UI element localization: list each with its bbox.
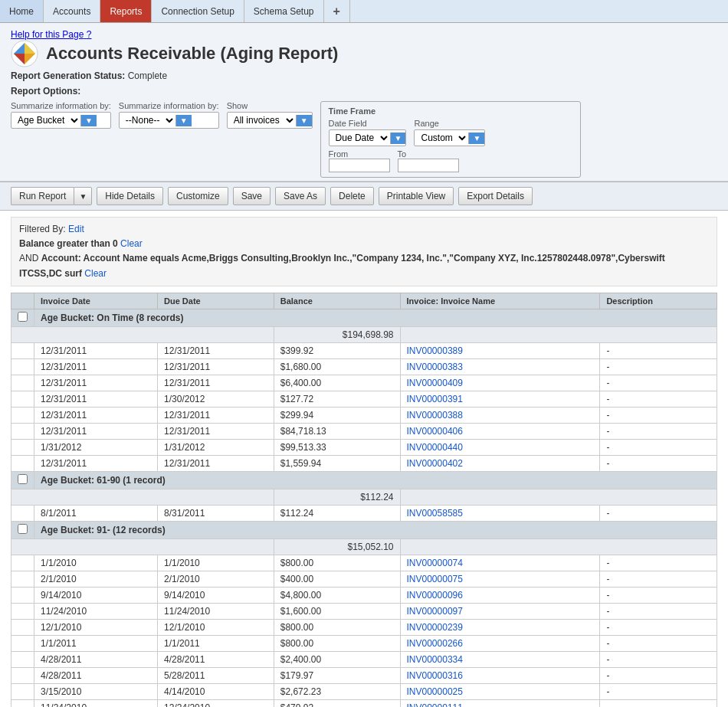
delete-button[interactable]: Delete bbox=[330, 187, 374, 205]
summarize2-select[interactable]: --None-- bbox=[120, 113, 175, 128]
balance: $400.00 bbox=[274, 571, 400, 587]
show-label: Show bbox=[227, 101, 313, 110]
table-row: 2/1/2010 2/1/2010 $400.00 INV00000075 - bbox=[11, 571, 717, 587]
nav-reports[interactable]: Reports bbox=[100, 0, 152, 22]
run-report-button[interactable]: Run Report bbox=[11, 187, 74, 205]
page-title: Accounts Receivable (Aging Report) bbox=[46, 44, 338, 64]
invoice-name: INV00000406 bbox=[400, 423, 600, 439]
invoice-name: INV00000239 bbox=[400, 619, 600, 635]
due-date: 1/1/2010 bbox=[158, 555, 274, 571]
export-details-button[interactable]: Export Details bbox=[458, 187, 533, 205]
show-select[interactable]: All invoices bbox=[228, 113, 296, 128]
description: - bbox=[600, 439, 717, 455]
table-row: 1/1/2011 1/1/2011 $800.00 INV00000266 - bbox=[11, 635, 717, 651]
balance: $1,600.00 bbox=[274, 603, 400, 619]
bucket-checkbox-2[interactable] bbox=[18, 524, 28, 534]
customize-button[interactable]: Customize bbox=[168, 187, 228, 205]
balance: $127.72 bbox=[274, 391, 400, 407]
table-row: 12/31/2011 12/31/2011 $6,400.00 INV00000… bbox=[11, 375, 717, 391]
nav-connection-setup[interactable]: Connection Setup bbox=[152, 0, 244, 22]
description: - bbox=[600, 375, 717, 391]
timeframe-box: Time Frame Date Field Due Date ▼ Range bbox=[320, 101, 581, 178]
description: - bbox=[600, 358, 717, 375]
show-group: Show All invoices ▼ bbox=[227, 101, 313, 129]
balance: $479.92 bbox=[274, 699, 400, 707]
range-select[interactable]: Custom bbox=[415, 130, 468, 146]
to-input[interactable] bbox=[398, 159, 459, 172]
filter-clear2-link[interactable]: Clear bbox=[84, 268, 107, 279]
invoice-date: 4/28/2011 bbox=[34, 667, 158, 683]
col-due-date: Due Date bbox=[158, 293, 274, 309]
run-report-arrow-button[interactable]: ▼ bbox=[74, 187, 92, 205]
invoice-date: 11/24/2010 bbox=[34, 699, 158, 707]
report-table: Invoice Date Due Date Balance Invoice: I… bbox=[11, 293, 717, 707]
description: - bbox=[600, 555, 717, 571]
invoice-date: 12/31/2011 bbox=[34, 342, 158, 358]
invoice-name: INV00000440 bbox=[400, 439, 600, 455]
due-date: 12/24/2010 bbox=[158, 699, 274, 707]
summarize1-label: Summarize information by: bbox=[11, 101, 111, 110]
summarize1-arrow[interactable]: ▼ bbox=[80, 115, 97, 126]
hide-details-button[interactable]: Hide Details bbox=[97, 187, 163, 205]
summarize1-select[interactable]: Age Bucket bbox=[11, 113, 80, 128]
invoice-date: 2/1/2010 bbox=[34, 571, 158, 587]
bucket-checkbox-1[interactable] bbox=[18, 474, 28, 484]
balance: $84,718.13 bbox=[274, 423, 400, 439]
description: - bbox=[600, 699, 717, 707]
report-options-label: Report Options: bbox=[11, 86, 717, 97]
summarize2-label: Summarize information by: bbox=[119, 101, 219, 110]
balance: $1,559.94 bbox=[274, 455, 400, 471]
date-field-select[interactable]: Due Date bbox=[330, 130, 390, 146]
bucket-name-0: Age Bucket: On Time (8 records) bbox=[34, 309, 717, 326]
date-field-arrow[interactable]: ▼ bbox=[390, 133, 406, 144]
due-date: 1/30/2012 bbox=[158, 391, 274, 407]
invoice-name: INV00000096 bbox=[400, 587, 600, 603]
invoice-date: 1/31/2012 bbox=[34, 439, 158, 455]
nav-accounts[interactable]: Accounts bbox=[44, 0, 100, 22]
show-arrow[interactable]: ▼ bbox=[296, 115, 312, 126]
save-button[interactable]: Save bbox=[233, 187, 271, 205]
balance: $112.24 bbox=[274, 505, 400, 521]
range-arrow[interactable]: ▼ bbox=[468, 133, 484, 144]
invoice-date: 9/14/2010 bbox=[34, 587, 158, 603]
from-label: From bbox=[329, 149, 390, 159]
invoice-date: 12/31/2011 bbox=[34, 423, 158, 439]
run-report-split: Run Report ▼ bbox=[11, 187, 92, 205]
from-input[interactable] bbox=[329, 159, 390, 172]
description: - bbox=[600, 407, 717, 423]
summarize2-arrow[interactable]: ▼ bbox=[175, 115, 192, 126]
balance: $800.00 bbox=[274, 635, 400, 651]
table-row: 12/31/2011 12/31/2011 $1,559.94 INV00000… bbox=[11, 455, 717, 471]
save-as-button[interactable]: Save As bbox=[275, 187, 326, 205]
nav-schema-setup[interactable]: Schema Setup bbox=[244, 0, 324, 22]
help-link[interactable]: Help for this Page ? bbox=[11, 29, 91, 40]
description: - bbox=[600, 651, 717, 667]
table-row: 11/24/2010 12/24/2010 $479.92 INV0000011… bbox=[11, 699, 717, 707]
bucket-total-amount-1: $112.24 bbox=[274, 489, 400, 505]
col-checkbox bbox=[11, 293, 34, 309]
invoice-name: INV00000391 bbox=[400, 391, 600, 407]
nav-home[interactable]: Home bbox=[0, 0, 44, 22]
due-date: 1/31/2012 bbox=[158, 439, 274, 455]
invoice-name: INV00000074 bbox=[400, 555, 600, 571]
app-logo bbox=[11, 40, 38, 67]
bucket-total-row: $194,698.98 bbox=[11, 326, 717, 342]
balance: $2,400.00 bbox=[274, 651, 400, 667]
balance: $179.97 bbox=[274, 667, 400, 683]
date-field-group: Date Field Due Date ▼ bbox=[329, 119, 407, 146]
summarize1-group: Summarize information by: Age Bucket ▼ bbox=[11, 101, 111, 129]
table-row: 12/31/2011 1/30/2012 $127.72 INV00000391… bbox=[11, 391, 717, 407]
report-options-section: Report Options: Summarize information by… bbox=[11, 86, 717, 178]
bucket-total-amount-2: $15,052.10 bbox=[274, 538, 400, 555]
balance: $6,400.00 bbox=[274, 375, 400, 391]
balance: $299.94 bbox=[274, 407, 400, 423]
nav-plus[interactable]: + bbox=[324, 0, 350, 22]
printable-view-button[interactable]: Printable View bbox=[379, 187, 454, 205]
filter-clear1-link[interactable]: Clear bbox=[120, 238, 143, 249]
filter-edit-link[interactable]: Edit bbox=[68, 224, 84, 234]
due-date: 12/31/2011 bbox=[158, 455, 274, 471]
description: - bbox=[600, 619, 717, 635]
invoice-date: 12/31/2011 bbox=[34, 391, 158, 407]
bucket-name-1: Age Bucket: 61-90 (1 record) bbox=[34, 471, 717, 489]
bucket-checkbox-0[interactable] bbox=[18, 312, 28, 322]
